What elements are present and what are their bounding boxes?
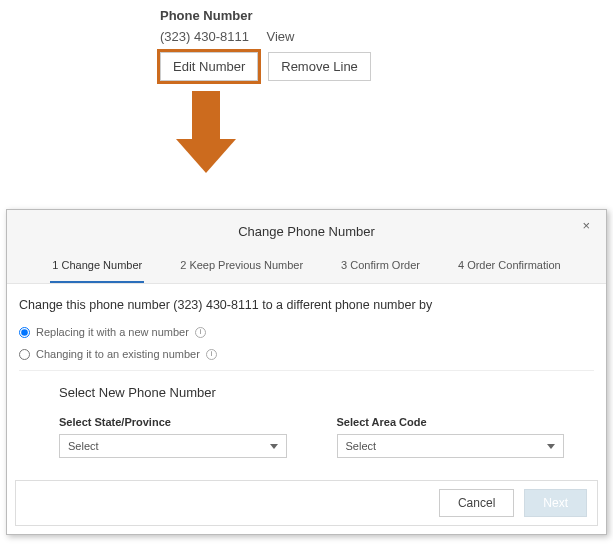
select-new-number-title: Select New Phone Number: [59, 385, 564, 400]
select-value-2: Select: [346, 440, 377, 452]
chevron-down-icon: [547, 444, 555, 449]
change-instruction-text: Change this phone number (323) 430-8111 …: [19, 298, 594, 312]
phone-number-value: (323) 430-8111: [160, 29, 249, 44]
select-label-1: Select State/Province: [59, 416, 287, 428]
select-label-2: Select Area Code: [337, 416, 565, 428]
close-icon[interactable]: ×: [576, 216, 596, 235]
phone-number-label: Phone Number: [160, 8, 613, 23]
change-phone-number-modal: Change Phone Number × 1 Change Number2 K…: [6, 209, 607, 535]
wizard-step-3[interactable]: 3 Confirm Order: [339, 253, 422, 283]
info-icon[interactable]: i: [206, 349, 217, 360]
wizard-step-4[interactable]: 4 Order Confirmation: [456, 253, 563, 283]
view-link[interactable]: View: [267, 29, 295, 44]
wizard-step-1[interactable]: 1 Change Number: [50, 253, 144, 283]
radio-input-2[interactable]: [19, 349, 30, 360]
cancel-button[interactable]: Cancel: [439, 489, 514, 517]
state-province-select[interactable]: Select: [59, 434, 287, 458]
radio-option-2[interactable]: Changing it to an existing numberi: [19, 348, 594, 360]
radio-input-1[interactable]: [19, 327, 30, 338]
radio-label-2: Changing it to an existing number: [36, 348, 200, 360]
edit-number-button[interactable]: Edit Number: [160, 52, 258, 81]
remove-line-button[interactable]: Remove Line: [268, 52, 371, 81]
radio-label-1: Replacing it with a new number: [36, 326, 189, 338]
phone-number-row: (323) 430-8111 View: [160, 29, 613, 44]
info-icon[interactable]: i: [195, 327, 206, 338]
wizard-step-2[interactable]: 2 Keep Previous Number: [178, 253, 305, 283]
radio-option-1[interactable]: Replacing it with a new numberi: [19, 326, 594, 338]
modal-title: Change Phone Number: [7, 224, 606, 253]
area-code-select[interactable]: Select: [337, 434, 565, 458]
next-button[interactable]: Next: [524, 489, 587, 517]
select-value-1: Select: [68, 440, 99, 452]
down-arrow-icon: [0, 91, 613, 179]
chevron-down-icon: [270, 444, 278, 449]
